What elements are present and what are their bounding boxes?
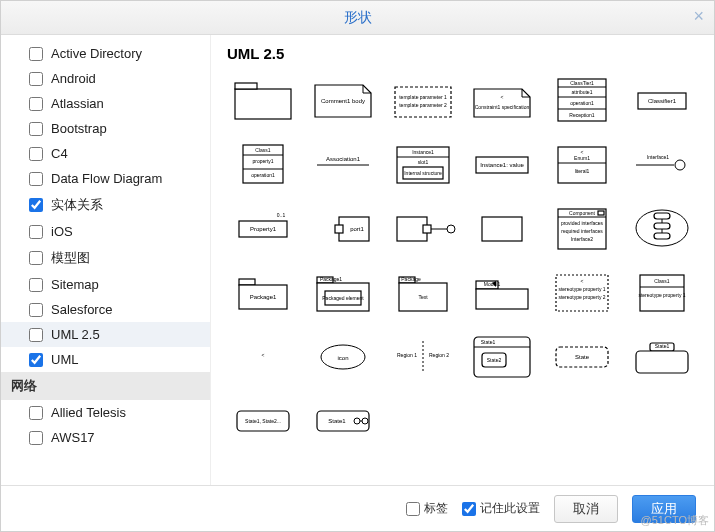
svg-text:State2: State2 bbox=[487, 357, 502, 363]
sidebar-checkbox[interactable] bbox=[29, 147, 43, 161]
sidebar-item-bootstrap[interactable]: Bootstrap bbox=[1, 116, 210, 141]
shape-component[interactable]: Componentprovided interfacesrequired int… bbox=[546, 200, 618, 256]
svg-text:State: State bbox=[575, 354, 590, 360]
shape-class-stereo[interactable]: Class1stereotype property 1 bbox=[626, 264, 698, 320]
sidebar-item--[interactable]: 模型图 bbox=[1, 244, 210, 272]
sidebar-checkbox[interactable] bbox=[29, 328, 43, 342]
remember-checkbox[interactable] bbox=[462, 502, 476, 516]
svg-text:Text: Text bbox=[418, 294, 428, 300]
sidebar-item-atlassian[interactable]: Atlassian bbox=[1, 91, 210, 116]
svg-text:<>: <> bbox=[261, 352, 264, 358]
svg-text:Association1: Association1 bbox=[326, 156, 361, 162]
sidebar-checkbox[interactable] bbox=[29, 172, 43, 186]
sidebar-item-c4[interactable]: C4 bbox=[1, 141, 210, 166]
shape-package1[interactable]: Package1 bbox=[227, 264, 299, 320]
sidebar-item-salesforce[interactable]: Salesforce bbox=[1, 297, 210, 322]
shape-model[interactable]: Model1 bbox=[467, 264, 539, 320]
sidebar-checkbox[interactable] bbox=[29, 47, 43, 61]
shape-enumeration[interactable]: <>Enum1literal1 bbox=[546, 136, 618, 192]
sidebar-checkbox[interactable] bbox=[29, 303, 43, 317]
svg-point-109 bbox=[354, 418, 360, 424]
svg-text:provided interfaces: provided interfaces bbox=[561, 220, 604, 226]
shape-stereotype-line[interactable]: <> bbox=[227, 328, 299, 384]
sidebar-checkbox[interactable] bbox=[29, 278, 43, 292]
labels-toggle[interactable]: 标签 bbox=[406, 500, 448, 517]
svg-text:Package: Package bbox=[401, 276, 421, 282]
svg-text:Interface1: Interface1 bbox=[647, 154, 669, 160]
shape-template-params[interactable]: template parameter 1template parameter 2 bbox=[387, 72, 459, 128]
shape-interface-lollipop[interactable]: Interface1 bbox=[626, 136, 698, 192]
sidebar-item-sitemap[interactable]: Sitemap bbox=[1, 272, 210, 297]
shape-simple-rect[interactable] bbox=[467, 200, 539, 256]
sidebar-item-label: Active Directory bbox=[51, 46, 142, 61]
svg-rect-103 bbox=[636, 351, 688, 373]
svg-text:<>: <> bbox=[581, 278, 584, 284]
shape-comment-note[interactable]: Comment1 body bbox=[307, 72, 379, 128]
shape-constraint[interactable]: <>Constraint1 specification bbox=[467, 72, 539, 128]
sidebar-item-label: C4 bbox=[51, 146, 68, 161]
svg-text:stereotype property 2: stereotype property 2 bbox=[559, 294, 606, 300]
svg-text:Constraint1 specification: Constraint1 specification bbox=[475, 104, 530, 110]
sidebar-checkbox[interactable] bbox=[29, 251, 43, 265]
svg-text:required interfaces: required interfaces bbox=[562, 228, 604, 234]
sidebar-checkbox[interactable] bbox=[29, 72, 43, 86]
shape-state-tab[interactable]: State1 bbox=[626, 328, 698, 384]
shape-flow-oval[interactable] bbox=[626, 200, 698, 256]
sidebar-item-android[interactable]: Android bbox=[1, 66, 210, 91]
shape-state-composite[interactable]: State1State2 bbox=[467, 328, 539, 384]
shape-class-full[interactable]: ClassTier1attribute1operation1Reception1 bbox=[546, 72, 618, 128]
shape-package-folder[interactable] bbox=[227, 72, 299, 128]
sidebar-checkbox[interactable] bbox=[29, 97, 43, 111]
shape-class-attrs[interactable]: Class1property1operation1 bbox=[227, 136, 299, 192]
sidebar-checkbox[interactable] bbox=[29, 431, 43, 445]
sidebar-item-label: Android bbox=[51, 71, 96, 86]
svg-rect-65 bbox=[654, 233, 670, 239]
sidebar-checkbox[interactable] bbox=[29, 406, 43, 420]
shape-instance-struct[interactable]: Instance1slot1Internal structure bbox=[387, 136, 459, 192]
remember-toggle[interactable]: 记住此设置 bbox=[462, 500, 540, 517]
svg-text:Interface2: Interface2 bbox=[571, 236, 593, 242]
sidebar-checkbox[interactable] bbox=[29, 225, 43, 239]
sidebar-item--[interactable]: 实体关系 bbox=[1, 191, 210, 219]
sidebar-item-ios[interactable]: iOS bbox=[1, 219, 210, 244]
close-icon[interactable]: × bbox=[693, 7, 704, 25]
dialog-title: 形状 bbox=[344, 9, 372, 27]
sidebar-item-active-directory[interactable]: Active Directory bbox=[1, 41, 210, 66]
labels-checkbox[interactable] bbox=[406, 502, 420, 516]
sidebar-checkbox[interactable] bbox=[29, 122, 43, 136]
shape-package-nested[interactable]: Package1Packaged element bbox=[307, 264, 379, 320]
svg-rect-63 bbox=[654, 223, 670, 229]
sidebar-item-label: Data Flow Diagram bbox=[51, 171, 162, 186]
sidebar-item-data-flow-diagram[interactable]: Data Flow Diagram bbox=[1, 166, 210, 191]
shape-property[interactable]: Property10..1 bbox=[227, 200, 299, 256]
shape-state-sub[interactable]: State1, State2... bbox=[227, 392, 299, 448]
svg-rect-66 bbox=[239, 279, 255, 285]
svg-text:State1: State1 bbox=[481, 339, 496, 345]
shape-port[interactable]: port1 bbox=[307, 200, 379, 256]
shape-package-test[interactable]: PackageText bbox=[387, 264, 459, 320]
shape-icon-oval[interactable]: icon bbox=[307, 328, 379, 384]
apply-button[interactable]: 应用 bbox=[632, 495, 696, 523]
sidebar-checkbox[interactable] bbox=[29, 198, 43, 212]
sidebar-item-allied-telesis[interactable]: Allied Telesis bbox=[1, 400, 210, 425]
shape-state-dashed[interactable]: State bbox=[546, 328, 618, 384]
shape-region[interactable]: Region 1Region 2 bbox=[387, 328, 459, 384]
svg-text:State1, State2...: State1, State2... bbox=[245, 418, 281, 424]
sidebar-item-aws17[interactable]: AWS17 bbox=[1, 425, 210, 450]
sidebar-item-uml[interactable]: UML bbox=[1, 347, 210, 372]
shape-instance-value[interactable]: Instance1: value bbox=[467, 136, 539, 192]
shape-port-conn[interactable] bbox=[387, 200, 459, 256]
svg-rect-1 bbox=[235, 83, 257, 89]
svg-text:stereotype property 1: stereotype property 1 bbox=[638, 292, 685, 298]
shape-association[interactable]: Association1 bbox=[307, 136, 379, 192]
shape-category-list[interactable]: Active DirectoryAndroidAtlassianBootstra… bbox=[1, 35, 211, 485]
cancel-button[interactable]: 取消 bbox=[554, 495, 618, 523]
sidebar-item-label: UML 2.5 bbox=[51, 327, 100, 342]
shape-stereotype-props[interactable]: <>stereotype property 1stereotype proper… bbox=[546, 264, 618, 320]
shape-classifier[interactable]: Classifier1 bbox=[626, 72, 698, 128]
sidebar-item-uml-2-5[interactable]: UML 2.5 bbox=[1, 322, 210, 347]
sidebar-checkbox[interactable] bbox=[29, 353, 43, 367]
svg-rect-61 bbox=[654, 213, 670, 219]
shape-state-link[interactable]: State1 bbox=[307, 392, 379, 448]
svg-rect-52 bbox=[482, 217, 522, 241]
